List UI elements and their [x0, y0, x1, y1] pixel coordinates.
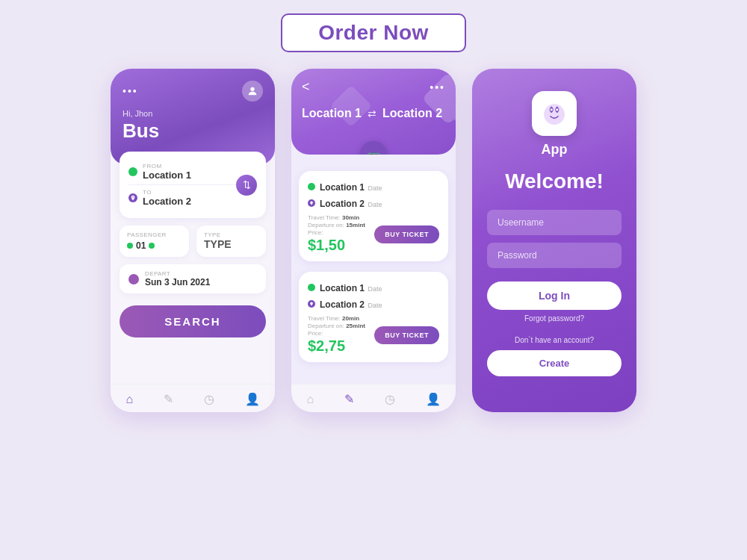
ticket-from-name-1: Location 1 — [320, 182, 365, 193]
nav-clock-icon-2[interactable]: ◷ — [385, 392, 395, 406]
from-dot — [128, 167, 137, 176]
password-input[interactable] — [487, 243, 622, 268]
depart-label: DEPART — [145, 270, 210, 277]
depart-dot — [128, 274, 139, 284]
svg-point-3 — [556, 108, 558, 111]
ticket-travel-1: Travel Time: 30min — [308, 214, 365, 221]
banner-title: Order Now — [318, 21, 429, 45]
passenger-card: PASSENGER 01 — [120, 225, 189, 257]
ticket-meta-2: Travel Time: 20min Departure on: 25mint … — [308, 315, 365, 355]
welcome-text: Welcome! — [505, 169, 604, 193]
screen1-header-top: ••• — [123, 81, 263, 102]
search-button[interactable]: SEARCH — [120, 305, 266, 337]
depart-date: Sun 3 Jun 2021 — [145, 277, 210, 287]
ticket-route-2: Location 1 Date Location 2 Date — [308, 281, 439, 311]
nav-home-icon-2[interactable]: ⌂ — [306, 393, 314, 406]
ticket-from-date-1: Date — [368, 184, 382, 192]
login-inner: App Welcome! Log In Forgot password? Don… — [472, 69, 636, 412]
from-label: FROM — [143, 163, 191, 169]
to-label: TO — [143, 189, 191, 196]
screen1-header: ••• Hi, Jhon Bus — [111, 69, 275, 165]
ticket-to-date-2: Date — [368, 302, 382, 309]
ticket-to-dot-2 — [308, 300, 315, 308]
ticket-route-1: Location 1 Date Location 2 Date — [308, 180, 439, 210]
screen-results: < ••• Location 1 ⇄ Location 2 🚌 Location… — [291, 69, 456, 412]
bus-badge: 🚌 — [360, 141, 387, 155]
screen-login: App Welcome! Log In Forgot password? Don… — [472, 69, 636, 412]
depart-card: DEPART Sun 3 Jun 2021 — [120, 264, 266, 293]
to-dot — [128, 193, 137, 202]
ticket-depart-1: Departure on: 15mint — [308, 222, 365, 228]
passenger-value: 01 — [127, 240, 182, 251]
screen2-header: < ••• Location 1 ⇄ Location 2 🚌 — [291, 69, 456, 155]
ticket-card-2: Location 1 Date Location 2 Date — [299, 272, 448, 362]
ticket-price-label-2: Price: — [308, 330, 365, 337]
screen-bus-search: ••• Hi, Jhon Bus FROM Location 1 — [111, 69, 275, 412]
svg-point-2 — [551, 108, 553, 111]
login-button[interactable]: Log In — [487, 281, 622, 310]
nav-edit-icon-2[interactable]: ✎ — [344, 392, 354, 406]
svg-point-0 — [250, 87, 254, 91]
nav-clock-icon[interactable]: ◷ — [204, 392, 214, 406]
ticket-card-1: Location 1 Date Location 2 Date — [299, 171, 448, 261]
ticket-from-dot-1 — [308, 183, 315, 190]
passenger-label: PASSENGER — [127, 231, 182, 238]
ticket-from-2: Location 1 Date — [308, 281, 439, 294]
ticket-price-1: $1,50 — [308, 237, 365, 254]
ticket-from-name-2: Location 1 — [320, 283, 365, 293]
ticket-price-label-1: Price: — [308, 229, 365, 236]
no-account-text: Don`t have an account? — [515, 336, 594, 344]
back-button[interactable]: < — [302, 79, 310, 95]
bottom-nav-2: ⌂ ✎ ◷ 👤 — [291, 384, 456, 412]
ticket-to-dot-1 — [308, 199, 315, 207]
avatar-icon[interactable] — [242, 81, 263, 102]
app-name: App — [542, 142, 568, 158]
ticket-to-name-1: Location 2 — [320, 199, 365, 209]
app-logo — [532, 91, 577, 136]
ticket-to-1: Location 2 Date — [308, 196, 439, 210]
tickets-area: Location 1 Date Location 2 Date — [291, 155, 456, 384]
ticket-bottom-2: Travel Time: 20min Departure on: 25mint … — [308, 315, 439, 355]
nav-home-icon[interactable]: ⌂ — [125, 393, 133, 406]
svg-point-1 — [544, 104, 565, 125]
order-now-banner: Order Now — [281, 13, 466, 52]
pax-dot — [127, 243, 133, 249]
buy-ticket-button-2[interactable]: BUY TICKET — [374, 326, 439, 344]
type-value: TYPE — [204, 238, 258, 250]
ticket-from-dot-2 — [308, 284, 315, 291]
nav-profile-icon-2[interactable]: 👤 — [426, 392, 441, 406]
ticket-meta-1: Travel Time: 30min Departure on: 15mint … — [308, 214, 365, 254]
ticket-from-date-2: Date — [368, 285, 382, 293]
create-account-button[interactable]: Create — [487, 350, 622, 376]
forgot-password-link[interactable]: Forgot password? — [524, 314, 584, 323]
menu-dots-icon[interactable]: ••• — [123, 85, 138, 97]
ticket-to-date-1: Date — [368, 201, 382, 208]
ticket-to-name-2: Location 2 — [320, 299, 365, 310]
ticket-price-2: $2,75 — [308, 337, 365, 355]
nav-edit-icon[interactable]: ✎ — [164, 392, 173, 406]
ticket-travel-2: Travel Time: 20min — [308, 315, 365, 322]
ticket-depart-2: Departure on: 25mint — [308, 323, 365, 329]
username-input[interactable] — [487, 210, 622, 235]
screens-row: ••• Hi, Jhon Bus FROM Location 1 — [111, 69, 636, 412]
type-label: TYPE — [204, 231, 258, 238]
info-cards: PASSENGER 01 TYPE TYPE — [120, 225, 266, 257]
ticket-bottom-1: Travel Time: 30min Departure on: 15mint … — [308, 214, 439, 254]
from-value: Location 1 — [143, 169, 191, 181]
swap-button[interactable]: ⇅ — [236, 175, 257, 196]
type-card: TYPE TYPE — [196, 225, 266, 257]
bus-title: Bus — [123, 119, 263, 143]
pax-dot2 — [149, 243, 155, 249]
ticket-to-2: Location 2 Date — [308, 297, 439, 311]
bottom-nav-1: ⌂ ✎ ◷ 👤 — [111, 384, 275, 412]
greeting-text: Hi, Jhon — [123, 109, 263, 118]
route-card: FROM Location 1 TO Location 2 ⇅ — [120, 152, 266, 218]
buy-ticket-button-1[interactable]: BUY TICKET — [374, 225, 439, 243]
ticket-from-1: Location 1 Date — [308, 180, 439, 193]
to-value: Location 2 — [143, 196, 191, 207]
nav-profile-icon[interactable]: 👤 — [245, 392, 260, 406]
